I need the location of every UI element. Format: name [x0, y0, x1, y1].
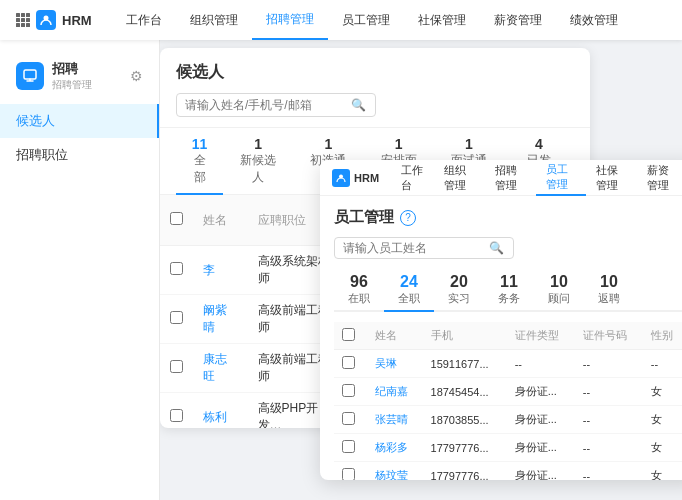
stats-tabs: 96 在职 24 全职 20 实习 11 务务	[334, 269, 682, 312]
nav-item-insurance[interactable]: 社保管理	[404, 0, 480, 40]
select-all-checkbox[interactable]	[170, 212, 183, 225]
emp-row-phone: 17797776...	[423, 462, 507, 481]
emp-row-gender: 女	[643, 378, 682, 406]
emp-nav-employee[interactable]: 员工管理	[536, 160, 587, 196]
candidates-search-input[interactable]	[185, 98, 345, 112]
nav-item-salary[interactable]: 薪资管理	[480, 0, 556, 40]
emp-col-idtype: 证件类型	[507, 322, 575, 350]
emp-search-bar[interactable]: 🔍	[334, 237, 514, 259]
sidebar-item-candidates[interactable]: 候选人	[0, 104, 159, 138]
emp-row-name[interactable]: 杨彩多	[367, 434, 423, 462]
row-name[interactable]: 李	[193, 246, 248, 295]
stat-tab-intern[interactable]: 20 实习	[434, 269, 484, 312]
row-checkbox[interactable]	[160, 344, 193, 393]
row-checkbox[interactable]	[160, 295, 193, 344]
stat-tab-rehire[interactable]: 10 返聘	[584, 269, 634, 312]
row-name[interactable]: 康志旺	[193, 344, 248, 393]
candidates-header: 候选人 🔍	[160, 48, 590, 128]
emp-select-all[interactable]	[342, 328, 355, 341]
sidebar-header: 招聘 招聘管理 ⚙	[0, 52, 159, 104]
emp-row-idtype: 身份证...	[507, 462, 575, 481]
sidebar-item-positions[interactable]: 招聘职位	[0, 138, 159, 172]
col-name: 姓名	[193, 195, 248, 246]
emp-page-title: 员工管理	[334, 208, 394, 227]
emp-row-idnum: --	[575, 434, 643, 462]
sidebar-menu: 候选人 招聘职位	[0, 104, 159, 172]
emp-nav-insurance[interactable]: 社保管理	[586, 160, 637, 196]
emp-nav-org[interactable]: 组织管理	[434, 160, 485, 196]
table-row[interactable]: 杨玟莹 17797776... 身份证... -- 女	[334, 462, 682, 481]
top-navigation: HRM 工作台 组织管理 招聘管理 员工管理 社保管理 薪资管理 绩效管理	[0, 0, 682, 40]
recruitment-icon	[16, 62, 44, 90]
emp-row-checkbox[interactable]	[334, 350, 367, 378]
stat-tab-consultant[interactable]: 10 顾问	[534, 269, 584, 312]
emp-nav-workbench[interactable]: 工作台	[391, 160, 434, 196]
nav-item-performance[interactable]: 绩效管理	[556, 0, 632, 40]
sidebar-subtitle: 招聘管理	[52, 78, 92, 92]
emp-top-nav: HRM 工作台 组织管理 招聘管理 员工管理 社保管理 薪资管理	[320, 160, 682, 196]
nav-item-org[interactable]: 组织管理	[176, 0, 252, 40]
emp-nav-logo: HRM	[332, 169, 379, 187]
candidates-title: 候选人	[176, 62, 574, 83]
emp-col-idnum: 证件号码	[575, 322, 643, 350]
emp-nav-salary[interactable]: 薪资管理	[637, 160, 682, 196]
nav-item-employee[interactable]: 员工管理	[328, 0, 404, 40]
emp-hrm-icon	[332, 169, 350, 187]
emp-col-checkbox	[334, 322, 367, 350]
emp-search-input[interactable]	[343, 241, 483, 255]
stat-tab-active[interactable]: 96 在职	[334, 269, 384, 312]
sidebar-title-block: 招聘 招聘管理	[52, 60, 92, 92]
emp-row-gender: 女	[643, 406, 682, 434]
table-row[interactable]: 纪南嘉 18745454... 身份证... -- 女	[334, 378, 682, 406]
emp-content: 员工管理 ? 🔍 96 在职 24 全职	[320, 196, 682, 480]
emp-row-name[interactable]: 吴琳	[367, 350, 423, 378]
tab-all[interactable]: 11 全部	[176, 128, 223, 194]
emp-row-idnum: --	[575, 378, 643, 406]
emp-row-checkbox[interactable]	[334, 406, 367, 434]
emp-row-name[interactable]: 杨玟莹	[367, 462, 423, 481]
employees-window: HRM 工作台 组织管理 招聘管理 员工管理 社保管理 薪资管理 员工管理 ? …	[320, 160, 682, 480]
emp-col-gender: 性别	[643, 322, 682, 350]
hrm-logo-icon	[36, 10, 56, 30]
row-checkbox[interactable]	[160, 246, 193, 295]
emp-row-checkbox[interactable]	[334, 378, 367, 406]
content-area: 候选人 🔍 11 全部 1 新候选人 1 初选通过	[160, 40, 682, 500]
row-name[interactable]: 阚紫晴	[193, 295, 248, 344]
emp-row-idtype: --	[507, 350, 575, 378]
nav-item-recruitment[interactable]: 招聘管理	[252, 0, 328, 40]
grid-icon	[16, 13, 30, 27]
nav-items: 工作台 组织管理 招聘管理 员工管理 社保管理 薪资管理 绩效管理	[112, 0, 666, 40]
app-title: HRM	[62, 13, 92, 28]
help-icon[interactable]: ?	[400, 210, 416, 226]
emp-logo-text: HRM	[354, 172, 379, 184]
emp-row-idtype: 身份证...	[507, 434, 575, 462]
table-row[interactable]: 吴琳 15911677... -- -- --	[334, 350, 682, 378]
logo-area: HRM	[16, 10, 92, 30]
settings-button[interactable]: ⚙	[130, 68, 143, 84]
emp-row-phone: 15911677...	[423, 350, 507, 378]
nav-item-workbench[interactable]: 工作台	[112, 0, 176, 40]
search-icon: 🔍	[351, 98, 366, 112]
emp-row-name[interactable]: 纪南嘉	[367, 378, 423, 406]
stat-tab-fulltime[interactable]: 24 全职	[384, 269, 434, 312]
sidebar: 招聘 招聘管理 ⚙ 候选人 招聘职位	[0, 40, 160, 500]
emp-row-idnum: --	[575, 406, 643, 434]
tab-new[interactable]: 1 新候选人	[223, 128, 293, 194]
emp-row-checkbox[interactable]	[334, 462, 367, 481]
table-row[interactable]: 杨彩多 17797776... 身份证... -- 女	[334, 434, 682, 462]
emp-col-name: 姓名	[367, 322, 423, 350]
stat-tab-contract[interactable]: 11 务务	[484, 269, 534, 312]
emp-nav-recruit[interactable]: 招聘管理	[485, 160, 536, 196]
row-name[interactable]: 栋利	[193, 393, 248, 429]
table-row[interactable]: 张芸晴 18703855... 身份证... -- 女	[334, 406, 682, 434]
emp-title-row: 员工管理 ?	[334, 208, 682, 227]
emp-row-checkbox[interactable]	[334, 434, 367, 462]
emp-row-phone: 17797776...	[423, 434, 507, 462]
emp-row-idnum: --	[575, 462, 643, 481]
sidebar-header-left: 招聘 招聘管理	[16, 60, 92, 92]
row-checkbox[interactable]	[160, 393, 193, 429]
emp-row-name[interactable]: 张芸晴	[367, 406, 423, 434]
candidates-search-bar[interactable]: 🔍	[176, 93, 376, 117]
emp-row-idtype: 身份证...	[507, 406, 575, 434]
emp-row-idtype: 身份证...	[507, 378, 575, 406]
